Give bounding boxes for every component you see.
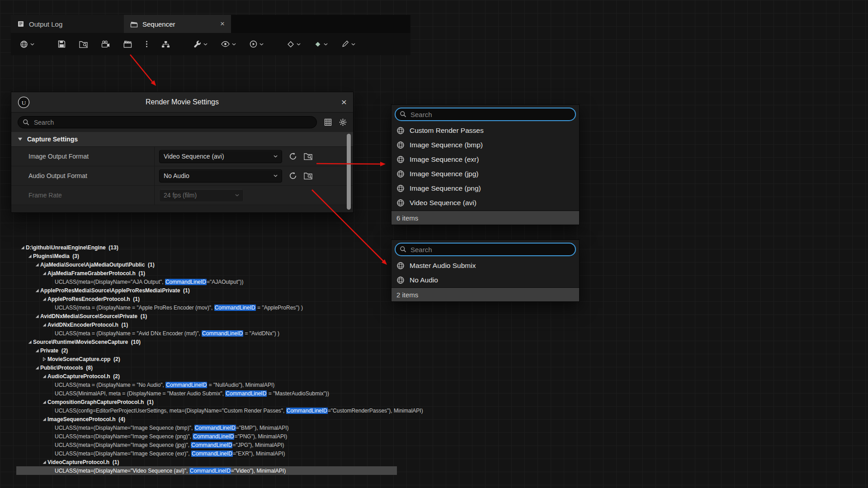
tri-expanded-icon[interactable] xyxy=(41,400,47,404)
tri-expanded-icon[interactable] xyxy=(41,271,47,276)
frame-rate-dropdown: 24 fps (film) xyxy=(159,189,244,202)
hierarchy-button[interactable] xyxy=(161,41,170,48)
tri-expanded-icon[interactable] xyxy=(41,460,47,465)
search-result-code-line[interactable]: UCLASS(meta=(DisplayName="Image Sequence… xyxy=(16,449,397,458)
dropdown-option-video-sequence-avi[interactable]: Video Sequence (avi) xyxy=(392,196,579,210)
search-result-code-line[interactable]: UCLASS(meta = (DisplayName = "Apple ProR… xyxy=(16,303,397,312)
clapperboard-button[interactable] xyxy=(123,40,132,48)
search-result-code-line[interactable]: UCLASS(meta=(DisplayName="Image Sequence… xyxy=(16,423,397,432)
search-result-node[interactable]: AjaMedia\Source\AjaMediaOutput\Public (1… xyxy=(16,260,397,269)
keyframe-filled-button[interactable] xyxy=(314,41,328,48)
option-label: Image Sequence (jpg) xyxy=(410,170,479,178)
search-result-node[interactable]: Public\Protocols (8) xyxy=(16,363,397,372)
dialog-scrollbar[interactable] xyxy=(347,134,351,210)
tri-expanded-icon[interactable] xyxy=(33,263,40,267)
search-result-code-line[interactable]: UCLASS(meta = (DisplayName = "No Audio",… xyxy=(16,380,397,389)
sphere-icon xyxy=(396,127,405,135)
dropdown-option-image-sequence-png[interactable]: Image Sequence (png) xyxy=(392,181,579,196)
search-result-code-line[interactable]: UCLASS(config=EditorPerProjectUserSettin… xyxy=(16,406,397,415)
close-dialog-icon[interactable]: × xyxy=(341,97,347,108)
search-result-node[interactable]: MovieSceneCapture.cpp (2) xyxy=(16,355,397,363)
tri-collapsed-icon[interactable] xyxy=(41,357,47,361)
world-button[interactable] xyxy=(20,40,34,48)
search-result-code-line[interactable]: UCLASS(MinimalAPI, meta = (DisplayName =… xyxy=(16,389,397,398)
dialog-title-bar[interactable]: U Render Movie Settings × xyxy=(11,92,353,113)
tri-expanded-icon[interactable] xyxy=(33,366,40,370)
eye-button[interactable] xyxy=(221,41,236,47)
reset-icon[interactable] xyxy=(289,152,297,160)
chevron-down-icon xyxy=(203,43,208,46)
tab-bar: Output LogSequencer× xyxy=(11,15,410,33)
search-icon xyxy=(400,246,406,253)
dropdown-option-custom-render-passes[interactable]: Custom Render Passes xyxy=(392,123,579,138)
search-result-node[interactable]: AppleProResMedia\Source\AppleProResMedia… xyxy=(16,286,397,295)
match-highlight: CommandLineID xyxy=(165,279,207,285)
tri-expanded-icon[interactable] xyxy=(41,374,47,379)
tri-expanded-icon[interactable] xyxy=(41,297,47,301)
capture-settings-section-header[interactable]: Capture Settings xyxy=(11,132,353,147)
dropdown-option-image-sequence-jpg[interactable]: Image Sequence (jpg) xyxy=(392,167,579,181)
search-result-node[interactable]: AvidDNxEncoderProtocol.h (1) xyxy=(16,320,397,329)
popup-item-count: 2 items xyxy=(392,287,579,301)
tri-expanded-icon[interactable] xyxy=(26,254,33,258)
camera-button[interactable] xyxy=(101,41,110,48)
tab-sequencer[interactable]: Sequencer× xyxy=(124,15,231,33)
sphere-icon xyxy=(396,184,405,192)
tri-expanded-icon[interactable] xyxy=(33,314,40,319)
search-result-node[interactable]: Private (2) xyxy=(16,346,397,355)
search-result-node[interactable]: AjaMediaFrameGrabberProtocol.h (1) xyxy=(16,269,397,277)
search-result-node[interactable]: D:\github\UnrealEngine\Engine (13) xyxy=(16,243,397,252)
dropdown-option-master-audio-submix[interactable]: Master Audio Submix xyxy=(392,258,579,273)
tri-expanded-icon[interactable] xyxy=(33,348,40,353)
search-result-code-line[interactable]: UCLASS(meta=(DisplayName="AJA Output", C… xyxy=(16,277,397,286)
tri-expanded-icon[interactable] xyxy=(33,288,40,293)
toolbar-group xyxy=(20,40,34,48)
search-result-node[interactable]: AvidDNxMedia\Source\Source\Private (1) xyxy=(16,312,397,320)
popup-item-list: Custom Render PassesImage Sequence (bmp)… xyxy=(392,123,579,210)
search-result-code-line[interactable]: UCLASS(meta = (DisplayName = "Avid DNx E… xyxy=(16,329,397,338)
search-result-node[interactable]: Plugins\Media (3) xyxy=(16,252,397,260)
search-result-node[interactable]: VideoCaptureProtocol.h (1) xyxy=(16,458,397,466)
popup-search-input[interactable] xyxy=(395,243,576,256)
tri-expanded-icon[interactable] xyxy=(41,417,47,422)
search-result-node[interactable]: ImageSequenceProtocol.h (4) xyxy=(16,415,397,423)
browse-content-button[interactable] xyxy=(79,41,88,48)
save-button[interactable] xyxy=(58,40,66,48)
tab-output-log[interactable]: Output Log xyxy=(11,15,124,33)
image-output-format-dropdown[interactable]: Video Sequence (avi) xyxy=(159,150,282,163)
search-result-node[interactable]: CompositionGraphCaptureProtocol.h (1) xyxy=(16,398,397,406)
settings-search-box[interactable] xyxy=(18,116,317,128)
dropdown-option-no-audio[interactable]: No Audio xyxy=(392,273,579,287)
chevron-down-icon xyxy=(297,43,301,46)
window-top-block: Output LogSequencer× xyxy=(11,15,410,55)
match-highlight: CommandLineID xyxy=(191,450,233,457)
search-result-code-line[interactable]: UCLASS(meta=(DisplayName="Image Sequence… xyxy=(16,441,397,449)
pen-button[interactable] xyxy=(341,40,355,48)
popup-search-input[interactable] xyxy=(395,108,576,121)
dropdown-option-image-sequence-bmp[interactable]: Image Sequence (bmp) xyxy=(392,138,579,152)
reset-icon[interactable] xyxy=(289,172,297,180)
folder-search-icon[interactable] xyxy=(304,153,312,160)
table-view-icon[interactable] xyxy=(324,118,332,126)
wrench-icon xyxy=(193,40,201,48)
tri-expanded-icon[interactable] xyxy=(19,245,26,250)
search-result-node[interactable]: Source\Runtime\MovieSceneCapture (10) xyxy=(16,338,397,346)
settings-gear-icon[interactable] xyxy=(339,118,347,126)
popup-search-row xyxy=(392,240,579,258)
settings-search-input[interactable] xyxy=(33,118,312,127)
playback-button[interactable] xyxy=(250,40,264,48)
wrench-button[interactable] xyxy=(193,40,208,48)
match-highlight: CommandLineID xyxy=(286,408,328,414)
audio-output-format-dropdown[interactable]: No Audio xyxy=(159,169,282,183)
keyframe-outline-button[interactable] xyxy=(287,41,301,48)
tri-expanded-icon[interactable] xyxy=(41,323,47,327)
search-result-node[interactable]: AudioCaptureProtocol.h (2) xyxy=(16,372,397,380)
tri-expanded-icon[interactable] xyxy=(26,340,33,344)
close-tab-icon[interactable]: × xyxy=(220,19,225,28)
folder-search-icon[interactable] xyxy=(304,172,312,179)
search-result-node[interactable]: AppleProResEncoderProtocol.h (1) xyxy=(16,295,397,303)
ellipsis-button[interactable] xyxy=(146,40,148,48)
search-result-code-line[interactable]: UCLASS(meta=(DisplayName="Image Sequence… xyxy=(16,432,397,441)
search-result-code-line[interactable]: UCLASS(meta=(DisplayName="Video Sequence… xyxy=(16,466,397,475)
dropdown-option-image-sequence-exr[interactable]: Image Sequence (exr) xyxy=(392,152,579,167)
